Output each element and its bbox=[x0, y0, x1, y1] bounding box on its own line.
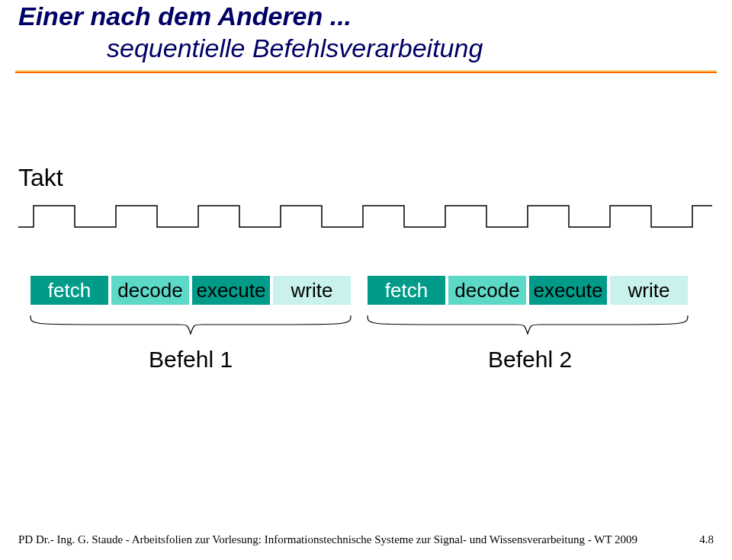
clock-waveform bbox=[18, 198, 712, 229]
stage-decode: decode bbox=[110, 274, 191, 306]
stage-execute: execute bbox=[528, 274, 608, 306]
brace-befehl-2 bbox=[366, 314, 689, 337]
stage-fetch: fetch bbox=[366, 274, 447, 306]
stage-write: write bbox=[271, 274, 352, 306]
footer-page: 4.8 bbox=[699, 533, 714, 546]
stage-execute: execute bbox=[191, 274, 271, 306]
slide-footer: PD Dr.- Ing. G. Staude - Arbeitsfolien z… bbox=[18, 533, 714, 546]
stage-decode: decode bbox=[447, 274, 528, 306]
stage-fetch: fetch bbox=[29, 274, 110, 306]
slide-subtitle: sequentielle Befehlsverarbeitung bbox=[107, 34, 483, 63]
footer-text: PD Dr.- Ing. G. Staude - Arbeitsfolien z… bbox=[18, 533, 637, 546]
pipeline-stages-row: fetch decode execute write fetch decode … bbox=[29, 274, 689, 306]
label-befehl-2: Befehl 2 bbox=[488, 347, 572, 373]
stage-gap bbox=[352, 274, 366, 306]
slide-title: Einer nach dem Anderen ... bbox=[18, 2, 352, 31]
stage-write: write bbox=[608, 274, 689, 306]
title-rule bbox=[15, 70, 717, 73]
clock-label: Takt bbox=[18, 164, 63, 192]
label-befehl-1: Befehl 1 bbox=[149, 347, 233, 373]
brace-befehl-1 bbox=[29, 314, 352, 337]
